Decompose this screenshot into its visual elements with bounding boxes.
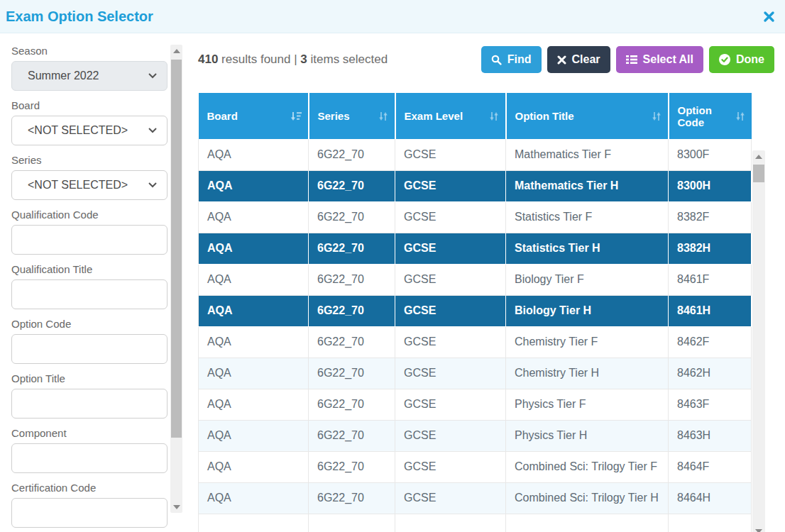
option-code-label: Option Code — [11, 318, 170, 330]
table-cell: GCSE — [395, 295, 506, 326]
column-header-board[interactable]: Board — [199, 93, 309, 139]
table-cell: 8300F — [669, 139, 752, 170]
board-select[interactable]: <NOT SELECTED> — [11, 116, 168, 145]
field-component: Component — [11, 427, 170, 473]
table-cell: GCSE — [395, 139, 506, 170]
table-row[interactable]: AQA6G22_70GCSEBiology Tier H8461H — [199, 295, 752, 326]
field-season: Season Summer 2022 — [11, 45, 170, 91]
table-row[interactable]: AQA6G22_70GCSEChemistry Tier H8462H — [199, 358, 752, 389]
results-panel: 410 results found | 3 items selected Fin… — [182, 33, 785, 532]
table-cell: AQA — [199, 451, 309, 482]
scroll-down-icon[interactable] — [170, 501, 182, 513]
table-cell: Mathematics Tier F — [506, 139, 669, 170]
table-row[interactable]: AQA6G22_70GCSEPhysics Tier F8463F — [199, 389, 752, 420]
clear-button[interactable]: Clear — [547, 46, 610, 73]
table-row[interactable]: AQA6G22_70GCSEStatistics Tier H8382H — [199, 233, 752, 264]
table-cell: Biology Tier H — [506, 295, 669, 326]
table-cell: 6G22_70 — [309, 451, 395, 482]
table-row[interactable]: AQA6G22_70GCSEMathematics Tier H8300H — [199, 170, 752, 201]
field-board: Board <NOT SELECTED> — [11, 99, 170, 145]
table-cell: GCSE — [395, 264, 506, 295]
close-icon[interactable] — [763, 11, 775, 23]
table-cell: Statistics Tier H — [506, 233, 669, 264]
table-row[interactable]: AQA6G22_70GCSEPhysics Tier H8463H — [199, 420, 752, 451]
qualification-code-input[interactable] — [11, 225, 168, 255]
option-title-input[interactable] — [11, 389, 168, 419]
table-row[interactable]: AQA6G22_70GCSECombined Sci: Trilogy Tier… — [199, 482, 752, 514]
table-row-partial — [199, 514, 752, 532]
table-cell: 8382H — [669, 233, 752, 264]
field-series: Series <NOT SELECTED> — [11, 154, 170, 200]
series-label: Series — [11, 154, 170, 166]
find-button[interactable]: Find — [481, 46, 542, 73]
certification-code-input[interactable] — [11, 498, 168, 528]
filter-sidebar: Season Summer 2022 Board <NOT SELECTED> … — [0, 33, 170, 532]
done-button[interactable]: Done — [709, 46, 774, 73]
season-select-value: Summer 2022 — [28, 70, 99, 82]
sort-unsorted-icon — [489, 111, 499, 121]
table-row[interactable]: AQA6G22_70GCSEChemistry Tier F8462F — [199, 326, 752, 358]
table-cell: 8382F — [669, 201, 752, 233]
items-selected-text: items selected — [311, 52, 388, 66]
table-cell: 6G22_70 — [309, 295, 395, 326]
column-header-option-code[interactable]: Option Code — [669, 93, 752, 139]
table-cell: 6G22_70 — [309, 389, 395, 420]
table-cell: 6G22_70 — [309, 264, 395, 295]
scroll-down-icon[interactable] — [752, 525, 765, 532]
table-cell: 6G22_70 — [309, 201, 395, 233]
column-header-series[interactable]: Series — [309, 93, 395, 139]
table-scrollbar-thumb[interactable] — [753, 165, 764, 182]
table-cell: 8464H — [669, 482, 752, 514]
certification-code-label: Certification Code — [11, 482, 170, 494]
table-row[interactable]: AQA6G22_70GCSEBiology Tier F8461F — [199, 264, 752, 295]
component-label: Component — [11, 427, 170, 439]
table-cell: AQA — [199, 170, 309, 201]
table-cell: AQA — [199, 326, 309, 358]
table-row[interactable]: AQA6G22_70GCSECombined Sci: Trilogy Tier… — [199, 451, 752, 482]
table-cell: 8464F — [669, 451, 752, 482]
component-input[interactable] — [11, 443, 168, 473]
series-select[interactable]: <NOT SELECTED> — [11, 170, 168, 200]
table-cell: 6G22_70 — [309, 420, 395, 451]
table-scrollbar[interactable] — [752, 150, 765, 532]
scroll-up-icon[interactable] — [170, 45, 182, 57]
column-header-exam-level[interactable]: Exam Level — [395, 93, 506, 139]
season-select[interactable]: Summer 2022 — [11, 61, 168, 91]
table-cell: AQA — [199, 201, 309, 233]
column-header-option-title[interactable]: Option Title — [506, 93, 669, 139]
table-cell: 8461H — [669, 295, 752, 326]
selected-count: 3 — [300, 52, 307, 66]
sidebar-scrollbar-thumb[interactable] — [171, 60, 182, 438]
table-cell: GCSE — [395, 482, 506, 514]
results-found-text: results found | — [221, 52, 297, 66]
field-option-code: Option Code — [11, 318, 170, 364]
table-cell: GCSE — [395, 201, 506, 233]
sidebar-scrollbar[interactable] — [170, 45, 182, 513]
table-row[interactable]: AQA6G22_70GCSEStatistics Tier F8382F — [199, 201, 752, 233]
results-toolbar: 410 results found | 3 items selected Fin… — [198, 46, 785, 73]
scroll-up-icon[interactable] — [752, 150, 765, 162]
option-code-input[interactable] — [11, 334, 168, 364]
table-row[interactable]: AQA6G22_70GCSEMathematics Tier F8300F — [199, 139, 752, 170]
table-cell: 8463H — [669, 420, 752, 451]
board-select-value: <NOT SELECTED> — [28, 124, 128, 137]
sort-unsorted-icon — [652, 111, 662, 121]
table-cell: 6G22_70 — [309, 358, 395, 389]
table-cell: 6G22_70 — [309, 326, 395, 358]
table-cell: 6G22_70 — [309, 482, 395, 514]
table-cell: AQA — [199, 389, 309, 420]
dialog-body: Season Summer 2022 Board <NOT SELECTED> … — [0, 33, 785, 532]
table-cell: Physics Tier H — [506, 420, 669, 451]
table-cell: Statistics Tier F — [506, 201, 669, 233]
table-cell: AQA — [199, 482, 309, 514]
table-cell: AQA — [199, 358, 309, 389]
select-all-button[interactable]: Select All — [616, 46, 703, 73]
table-cell: Physics Tier F — [506, 389, 669, 420]
qualification-title-input[interactable] — [11, 279, 168, 309]
season-label: Season — [11, 45, 170, 57]
table-cell: Mathematics Tier H — [506, 170, 669, 201]
table-cell: GCSE — [395, 326, 506, 358]
x-icon — [557, 55, 566, 65]
table-cell: AQA — [199, 295, 309, 326]
table-cell: GCSE — [395, 233, 506, 264]
